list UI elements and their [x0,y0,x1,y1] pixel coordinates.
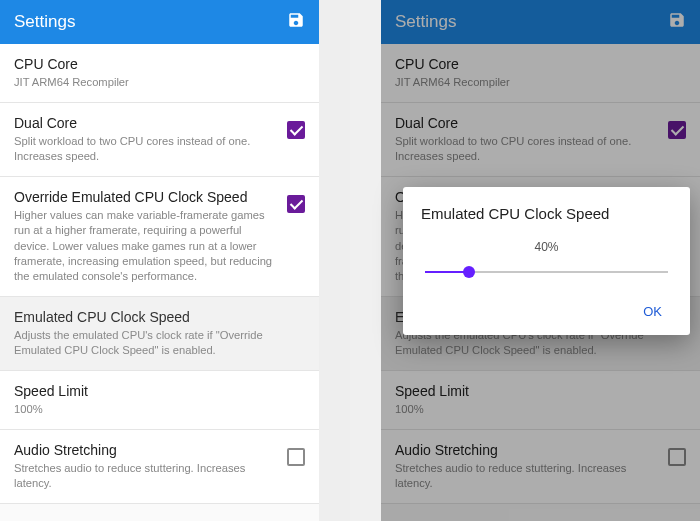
item-sub: Adjusts the emulated CPU's clock rate if… [14,328,305,358]
app-bar: Settings [0,0,319,44]
clock-speed-slider[interactable] [425,262,668,282]
screenshot-left: Settings CPU Core JIT ARM64 Recompiler D… [0,0,350,521]
item-title: Emulated CPU Clock Speed [14,309,305,325]
item-sub: Split workload to two CPU cores instead … [14,134,277,164]
dialog-value-label: 40% [421,240,672,254]
item-override-clock[interactable]: Override Emulated CPU Clock Speed Higher… [0,177,319,297]
item-audio-stretching[interactable]: Audio Stretching Stretches audio to redu… [0,430,319,504]
save-icon[interactable] [287,11,305,33]
item-title: Audio Stretching [14,442,277,458]
item-title: Dual Core [14,115,277,131]
item-sub: Stretches audio to reduce stuttering. In… [14,461,277,491]
checkbox-override-clock[interactable] [287,195,305,213]
settings-list: CPU Core JIT ARM64 Recompiler Dual Core … [0,44,319,504]
checkbox-dual-core[interactable] [287,121,305,139]
item-title: CPU Core [14,56,305,72]
item-title: Speed Limit [14,383,305,399]
clock-speed-dialog: Emulated CPU Clock Speed 40% OK [403,187,690,335]
item-sub: 100% [14,402,305,417]
settings-screen-dimmed: Settings CPU Core JIT ARM64 Recompiler D… [381,0,700,521]
item-emulated-clock[interactable]: Emulated CPU Clock Speed Adjusts the emu… [0,297,319,371]
app-bar-title: Settings [14,12,75,32]
item-sub: JIT ARM64 Recompiler [14,75,305,90]
item-dual-core[interactable]: Dual Core Split workload to two CPU core… [0,103,319,177]
item-cpu-core[interactable]: CPU Core JIT ARM64 Recompiler [0,44,319,103]
item-title: Override Emulated CPU Clock Speed [14,189,277,205]
checkbox-audio-stretching[interactable] [287,448,305,466]
dialog-ok-button[interactable]: OK [633,298,672,325]
item-speed-limit[interactable]: Speed Limit 100% [0,371,319,430]
item-sub: Higher values can make variable-framerat… [14,208,277,284]
slider-thumb[interactable] [463,266,475,278]
dialog-title: Emulated CPU Clock Speed [421,205,672,222]
settings-screen: Settings CPU Core JIT ARM64 Recompiler D… [0,0,319,521]
screenshot-right: Settings CPU Core JIT ARM64 Recompiler D… [350,0,700,521]
